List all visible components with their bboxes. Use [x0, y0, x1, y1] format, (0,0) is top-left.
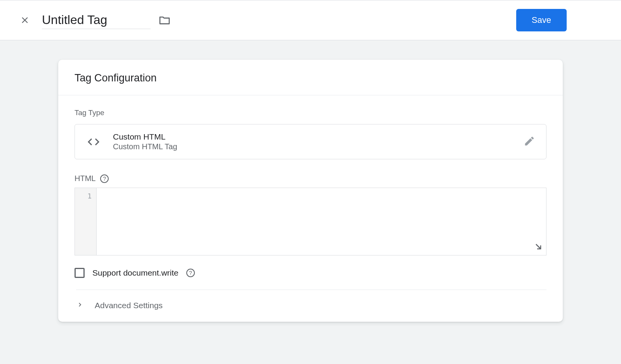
resize-handle[interactable]	[534, 242, 543, 253]
line-number: 1	[75, 192, 92, 200]
advanced-settings-toggle[interactable]: Advanced Settings	[76, 290, 546, 322]
close-icon	[20, 15, 30, 25]
html-help-icon[interactable]: ?	[100, 174, 109, 183]
resize-icon	[534, 242, 543, 251]
html-code-editor[interactable]: 1	[75, 188, 546, 255]
editor-textarea[interactable]	[97, 188, 546, 255]
save-button[interactable]: Save	[516, 9, 567, 31]
code-icon	[86, 135, 101, 149]
tag-type-description: Custom HTML Tag	[113, 142, 524, 151]
edit-icon	[524, 135, 535, 148]
html-field-label: HTML	[75, 174, 95, 183]
advanced-settings-label: Advanced Settings	[95, 301, 163, 310]
content-area: Tag Configuration Tag Type Custom HTML C…	[0, 40, 621, 322]
support-document-write-help-icon[interactable]: ?	[186, 269, 195, 277]
support-document-write-checkbox[interactable]	[75, 268, 85, 278]
folder-button[interactable]	[158, 14, 171, 26]
close-button[interactable]	[16, 11, 34, 29]
tag-type-name: Custom HTML	[113, 132, 524, 141]
editor-gutter: 1	[75, 188, 97, 255]
card-title: Tag Configuration	[58, 60, 563, 95]
tag-type-label: Tag Type	[75, 109, 546, 117]
page-header: Save	[0, 0, 621, 40]
chevron-right-icon	[76, 301, 84, 310]
tag-type-selector[interactable]: Custom HTML Custom HTML Tag	[75, 124, 546, 159]
tag-configuration-card: Tag Configuration Tag Type Custom HTML C…	[58, 60, 563, 322]
tag-name-input[interactable]	[42, 11, 151, 29]
support-document-write-label: Support document.write	[92, 268, 179, 278]
folder-icon	[158, 14, 171, 26]
